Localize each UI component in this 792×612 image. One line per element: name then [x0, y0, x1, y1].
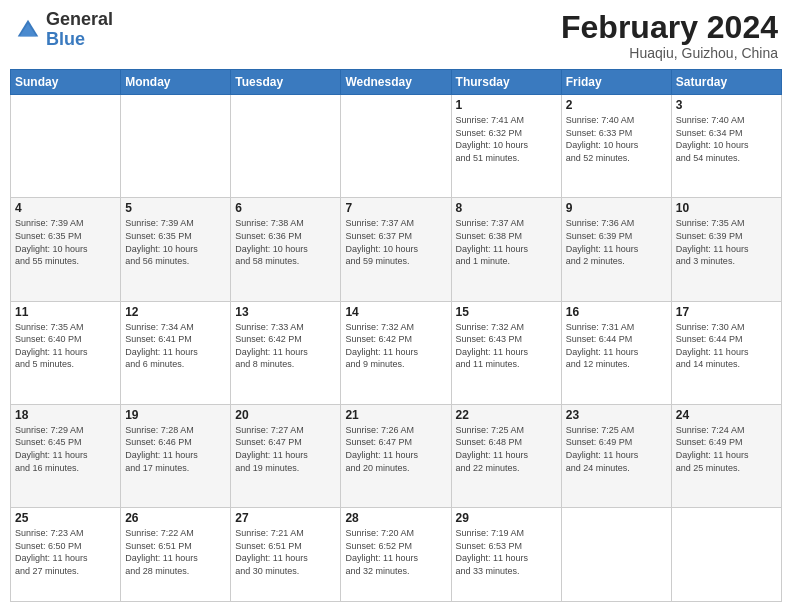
day-number: 18 — [15, 408, 116, 422]
day-info: Sunrise: 7:22 AM Sunset: 6:51 PM Dayligh… — [125, 527, 226, 577]
day-number: 28 — [345, 511, 446, 525]
title-block: February 2024 Huaqiu, Guizhou, China — [561, 10, 778, 61]
calendar-cell — [231, 95, 341, 198]
day-number: 7 — [345, 201, 446, 215]
day-info: Sunrise: 7:24 AM Sunset: 6:49 PM Dayligh… — [676, 424, 777, 474]
day-info: Sunrise: 7:19 AM Sunset: 6:53 PM Dayligh… — [456, 527, 557, 577]
day-info: Sunrise: 7:31 AM Sunset: 6:44 PM Dayligh… — [566, 321, 667, 371]
calendar-cell: 24Sunrise: 7:24 AM Sunset: 6:49 PM Dayli… — [671, 404, 781, 507]
day-number: 11 — [15, 305, 116, 319]
calendar-cell: 27Sunrise: 7:21 AM Sunset: 6:51 PM Dayli… — [231, 508, 341, 602]
calendar-cell: 25Sunrise: 7:23 AM Sunset: 6:50 PM Dayli… — [11, 508, 121, 602]
calendar-cell — [11, 95, 121, 198]
day-number: 26 — [125, 511, 226, 525]
calendar-cell: 10Sunrise: 7:35 AM Sunset: 6:39 PM Dayli… — [671, 198, 781, 301]
calendar-cell — [671, 508, 781, 602]
day-info: Sunrise: 7:32 AM Sunset: 6:43 PM Dayligh… — [456, 321, 557, 371]
day-number: 8 — [456, 201, 557, 215]
day-info: Sunrise: 7:25 AM Sunset: 6:49 PM Dayligh… — [566, 424, 667, 474]
day-number: 3 — [676, 98, 777, 112]
calendar-cell — [561, 508, 671, 602]
day-info: Sunrise: 7:37 AM Sunset: 6:38 PM Dayligh… — [456, 217, 557, 267]
day-number: 5 — [125, 201, 226, 215]
day-of-week-header: Monday — [121, 70, 231, 95]
calendar-week-row: 1Sunrise: 7:41 AM Sunset: 6:32 PM Daylig… — [11, 95, 782, 198]
day-number: 20 — [235, 408, 336, 422]
day-info: Sunrise: 7:26 AM Sunset: 6:47 PM Dayligh… — [345, 424, 446, 474]
calendar-cell: 19Sunrise: 7:28 AM Sunset: 6:46 PM Dayli… — [121, 404, 231, 507]
calendar-cell: 7Sunrise: 7:37 AM Sunset: 6:37 PM Daylig… — [341, 198, 451, 301]
day-info: Sunrise: 7:30 AM Sunset: 6:44 PM Dayligh… — [676, 321, 777, 371]
calendar-cell: 15Sunrise: 7:32 AM Sunset: 6:43 PM Dayli… — [451, 301, 561, 404]
calendar-cell: 21Sunrise: 7:26 AM Sunset: 6:47 PM Dayli… — [341, 404, 451, 507]
page: General Blue February 2024 Huaqiu, Guizh… — [0, 0, 792, 612]
day-number: 6 — [235, 201, 336, 215]
calendar-cell: 17Sunrise: 7:30 AM Sunset: 6:44 PM Dayli… — [671, 301, 781, 404]
logo-blue-text: Blue — [46, 29, 85, 49]
calendar-cell: 16Sunrise: 7:31 AM Sunset: 6:44 PM Dayli… — [561, 301, 671, 404]
day-info: Sunrise: 7:40 AM Sunset: 6:33 PM Dayligh… — [566, 114, 667, 164]
day-of-week-header: Thursday — [451, 70, 561, 95]
day-number: 23 — [566, 408, 667, 422]
calendar-cell: 11Sunrise: 7:35 AM Sunset: 6:40 PM Dayli… — [11, 301, 121, 404]
day-info: Sunrise: 7:35 AM Sunset: 6:40 PM Dayligh… — [15, 321, 116, 371]
day-info: Sunrise: 7:41 AM Sunset: 6:32 PM Dayligh… — [456, 114, 557, 164]
day-info: Sunrise: 7:36 AM Sunset: 6:39 PM Dayligh… — [566, 217, 667, 267]
day-info: Sunrise: 7:35 AM Sunset: 6:39 PM Dayligh… — [676, 217, 777, 267]
calendar-cell — [121, 95, 231, 198]
calendar-week-row: 11Sunrise: 7:35 AM Sunset: 6:40 PM Dayli… — [11, 301, 782, 404]
day-number: 9 — [566, 201, 667, 215]
day-number: 27 — [235, 511, 336, 525]
day-number: 24 — [676, 408, 777, 422]
location: Huaqiu, Guizhou, China — [561, 45, 778, 61]
calendar-week-row: 4Sunrise: 7:39 AM Sunset: 6:35 PM Daylig… — [11, 198, 782, 301]
day-info: Sunrise: 7:34 AM Sunset: 6:41 PM Dayligh… — [125, 321, 226, 371]
calendar-cell — [341, 95, 451, 198]
day-info: Sunrise: 7:39 AM Sunset: 6:35 PM Dayligh… — [125, 217, 226, 267]
day-number: 25 — [15, 511, 116, 525]
calendar-cell: 22Sunrise: 7:25 AM Sunset: 6:48 PM Dayli… — [451, 404, 561, 507]
day-number: 10 — [676, 201, 777, 215]
day-of-week-header: Wednesday — [341, 70, 451, 95]
day-info: Sunrise: 7:20 AM Sunset: 6:52 PM Dayligh… — [345, 527, 446, 577]
calendar-cell: 13Sunrise: 7:33 AM Sunset: 6:42 PM Dayli… — [231, 301, 341, 404]
calendar-cell: 9Sunrise: 7:36 AM Sunset: 6:39 PM Daylig… — [561, 198, 671, 301]
day-number: 14 — [345, 305, 446, 319]
day-number: 16 — [566, 305, 667, 319]
calendar-table: SundayMondayTuesdayWednesdayThursdayFrid… — [10, 69, 782, 602]
day-info: Sunrise: 7:23 AM Sunset: 6:50 PM Dayligh… — [15, 527, 116, 577]
calendar-cell: 23Sunrise: 7:25 AM Sunset: 6:49 PM Dayli… — [561, 404, 671, 507]
calendar-cell: 26Sunrise: 7:22 AM Sunset: 6:51 PM Dayli… — [121, 508, 231, 602]
calendar-cell: 8Sunrise: 7:37 AM Sunset: 6:38 PM Daylig… — [451, 198, 561, 301]
calendar-cell: 29Sunrise: 7:19 AM Sunset: 6:53 PM Dayli… — [451, 508, 561, 602]
calendar-cell: 28Sunrise: 7:20 AM Sunset: 6:52 PM Dayli… — [341, 508, 451, 602]
day-number: 22 — [456, 408, 557, 422]
day-info: Sunrise: 7:29 AM Sunset: 6:45 PM Dayligh… — [15, 424, 116, 474]
calendar-cell: 18Sunrise: 7:29 AM Sunset: 6:45 PM Dayli… — [11, 404, 121, 507]
calendar-cell: 14Sunrise: 7:32 AM Sunset: 6:42 PM Dayli… — [341, 301, 451, 404]
logo-icon — [14, 16, 42, 44]
header: General Blue February 2024 Huaqiu, Guizh… — [10, 10, 782, 61]
day-info: Sunrise: 7:27 AM Sunset: 6:47 PM Dayligh… — [235, 424, 336, 474]
logo-general-text: General — [46, 9, 113, 29]
calendar-cell: 6Sunrise: 7:38 AM Sunset: 6:36 PM Daylig… — [231, 198, 341, 301]
day-of-week-header: Saturday — [671, 70, 781, 95]
calendar-cell: 12Sunrise: 7:34 AM Sunset: 6:41 PM Dayli… — [121, 301, 231, 404]
day-number: 12 — [125, 305, 226, 319]
day-info: Sunrise: 7:39 AM Sunset: 6:35 PM Dayligh… — [15, 217, 116, 267]
day-info: Sunrise: 7:33 AM Sunset: 6:42 PM Dayligh… — [235, 321, 336, 371]
calendar-cell: 3Sunrise: 7:40 AM Sunset: 6:34 PM Daylig… — [671, 95, 781, 198]
calendar-cell: 2Sunrise: 7:40 AM Sunset: 6:33 PM Daylig… — [561, 95, 671, 198]
day-number: 13 — [235, 305, 336, 319]
day-of-week-header: Friday — [561, 70, 671, 95]
day-number: 2 — [566, 98, 667, 112]
day-number: 1 — [456, 98, 557, 112]
calendar-week-row: 25Sunrise: 7:23 AM Sunset: 6:50 PM Dayli… — [11, 508, 782, 602]
calendar-week-row: 18Sunrise: 7:29 AM Sunset: 6:45 PM Dayli… — [11, 404, 782, 507]
day-number: 29 — [456, 511, 557, 525]
day-number: 19 — [125, 408, 226, 422]
day-number: 15 — [456, 305, 557, 319]
day-info: Sunrise: 7:40 AM Sunset: 6:34 PM Dayligh… — [676, 114, 777, 164]
day-of-week-header: Tuesday — [231, 70, 341, 95]
day-info: Sunrise: 7:25 AM Sunset: 6:48 PM Dayligh… — [456, 424, 557, 474]
